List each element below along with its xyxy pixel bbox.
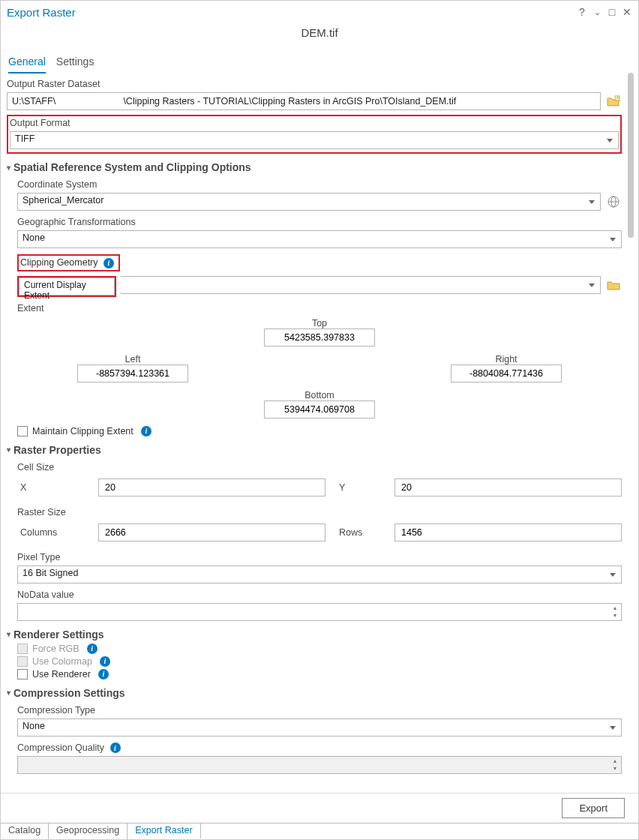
- pixel-type-label: Pixel Type: [17, 552, 622, 562]
- compression-title: Compression Settings: [14, 687, 125, 699]
- info-icon[interactable]: i: [141, 426, 152, 436]
- extent-right-label: Right: [451, 354, 562, 364]
- extent-label: Extent: [17, 303, 622, 314]
- info-icon[interactable]: i: [110, 742, 121, 753]
- svg-text:+: +: [616, 95, 619, 100]
- output-dataset-label: Output Raster Dataset: [7, 79, 622, 89]
- output-format-label: Output Format: [10, 118, 619, 128]
- tab-settings[interactable]: Settings: [56, 52, 94, 74]
- cell-y-label: Y: [339, 482, 381, 493]
- rows-input[interactable]: [394, 524, 622, 542]
- compression-type-value: None: [22, 721, 45, 731]
- geo-trans-select[interactable]: None: [17, 230, 622, 248]
- srs-section-title: Spatial Reference System and Clipping Op…: [14, 161, 251, 173]
- use-renderer-checkbox[interactable]: [17, 669, 28, 680]
- info-icon[interactable]: i: [87, 644, 98, 654]
- pixel-type-select[interactable]: 16 Bit Signed: [17, 566, 622, 584]
- restore-icon[interactable]: □: [607, 6, 617, 18]
- tab-general[interactable]: General: [8, 52, 46, 74]
- export-button[interactable]: Export: [562, 798, 625, 818]
- nodata-stepper[interactable]: ▲▼: [17, 603, 622, 621]
- extent-bottom-label: Bottom: [264, 390, 375, 400]
- clip-geom-select[interactable]: [121, 276, 601, 294]
- output-format-select[interactable]: TIFF: [10, 131, 619, 149]
- coord-system-label: Coordinate System: [17, 179, 622, 190]
- geo-trans-value: None: [22, 232, 45, 243]
- output-format-value: TIFF: [15, 134, 34, 144]
- extent-left-label: Left: [77, 354, 188, 364]
- use-renderer-label: Use Renderer: [32, 669, 91, 680]
- columns-label: Columns: [17, 527, 85, 538]
- force-rgb-label: Force RGB: [32, 644, 80, 654]
- bottom-tab-geoprocessing[interactable]: Geoprocessing: [49, 824, 128, 839]
- chevron-down-icon[interactable]: ▾: [7, 688, 10, 697]
- clip-geom-select-highlight[interactable]: Current Display Extent .red-box.nolabel …: [19, 278, 115, 296]
- extent-right-input[interactable]: [451, 364, 562, 382]
- info-icon[interactable]: i: [100, 656, 110, 667]
- force-rgb-checkbox: [17, 644, 28, 654]
- coord-system-value: Spherical_Mercator: [22, 195, 104, 206]
- raster-props-title: Raster Properties: [14, 444, 101, 456]
- info-icon[interactable]: i: [98, 669, 109, 680]
- extent-top-input[interactable]: [264, 328, 375, 346]
- collapse-icon[interactable]: ⌄: [592, 8, 602, 17]
- nodata-label: NoData value: [17, 590, 622, 600]
- close-icon[interactable]: ✕: [622, 6, 632, 18]
- columns-input[interactable]: [98, 524, 326, 542]
- output-dataset-input[interactable]: [7, 92, 601, 110]
- bottom-tab-export-raster[interactable]: Export Raster: [128, 823, 200, 838]
- maintain-extent-label: Maintain Clipping Extent: [32, 426, 134, 436]
- clip-geom-label: Clipping Geometry: [20, 257, 98, 268]
- geo-trans-label: Geographic Transformations: [17, 217, 622, 227]
- use-colormap-checkbox: [17, 656, 28, 667]
- folder-icon[interactable]: [605, 277, 622, 293]
- clip-geom-value: Current Display Extent: [24, 280, 86, 301]
- chevron-down-icon[interactable]: ▾: [7, 164, 10, 172]
- compression-type-label: Compression Type: [17, 705, 622, 716]
- chevron-down-icon[interactable]: ▾: [7, 446, 10, 454]
- cell-x-label: X: [17, 482, 85, 493]
- cell-x-input[interactable]: [98, 478, 326, 496]
- coord-system-select[interactable]: Spherical_Mercator: [17, 193, 601, 211]
- extent-bottom-input[interactable]: [264, 400, 375, 418]
- globe-icon[interactable]: [605, 194, 622, 210]
- browse-save-icon[interactable]: +: [605, 93, 622, 110]
- compression-type-select[interactable]: None: [17, 718, 622, 736]
- cell-y-input[interactable]: [394, 478, 622, 496]
- chevron-down-icon[interactable]: ▾: [7, 630, 10, 638]
- scrollbar-thumb[interactable]: [628, 73, 634, 238]
- pixel-type-value: 16 Bit Signed: [22, 568, 78, 578]
- help-icon[interactable]: ?: [577, 6, 587, 18]
- renderer-title: Renderer Settings: [14, 628, 104, 640]
- cell-size-label: Cell Size: [17, 462, 622, 472]
- compression-quality-label: Compression Quality i: [17, 742, 622, 754]
- compression-quality-stepper: ▲▼: [17, 756, 622, 774]
- maintain-extent-checkbox[interactable]: [17, 426, 28, 436]
- extent-top-label: Top: [264, 318, 375, 328]
- extent-left-input[interactable]: [77, 364, 188, 382]
- use-colormap-label: Use Colormap: [32, 656, 92, 667]
- window-title: Export Raster: [7, 6, 76, 19]
- raster-size-label: Raster Size: [17, 507, 622, 518]
- subtitle: DEM.tif: [1, 26, 638, 39]
- rows-label: Rows: [339, 527, 381, 538]
- info-icon[interactable]: i: [104, 258, 114, 268]
- scrollbar[interactable]: [628, 73, 635, 809]
- bottom-tab-catalog[interactable]: Catalog: [1, 824, 49, 839]
